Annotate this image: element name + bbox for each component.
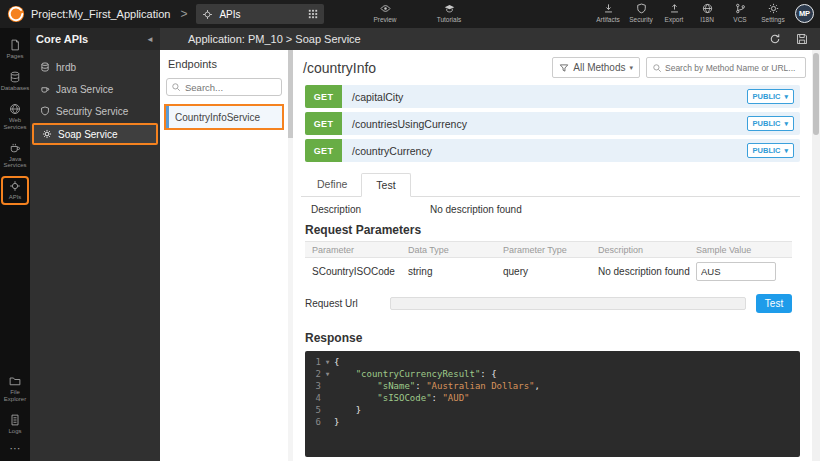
endpoints-search-input[interactable] (185, 82, 277, 93)
sidebar-item-java-services[interactable]: Java Services (1, 138, 29, 174)
sample-value-input[interactable] (696, 262, 776, 281)
tab-test[interactable]: Test (361, 173, 410, 197)
endpoints-search-box (166, 78, 282, 96)
sidebar-item-logs[interactable]: Logs (1, 410, 29, 439)
endpoints-scrollbar-thumb[interactable] (288, 50, 293, 138)
file-explorer-label: File Explorer (1, 389, 29, 403)
logs-icon (9, 414, 21, 426)
request-url-label: Request Url (305, 298, 390, 309)
request-parameters-title: Request Parameters (305, 223, 812, 237)
method-row[interactable]: GET /capitalCity PUBLIC ▾ (305, 85, 800, 108)
core-item-label: hrdb (56, 62, 76, 73)
code-line: 6 } (305, 416, 800, 428)
vcs-button[interactable]: VCS (727, 3, 753, 23)
test-button[interactable]: Test (756, 294, 792, 313)
sidebar-item-apis[interactable]: APIs (1, 176, 29, 205)
access-level-dropdown[interactable]: PUBLIC ▾ (747, 143, 794, 158)
project-name[interactable]: Project:My_First_Application (31, 8, 170, 20)
endpoints-scrollbar (288, 50, 293, 461)
top-bar: Project:My_First_Application > APIs Prev… (0, 0, 820, 28)
sidebar-item-file-explorer[interactable]: File Explorer (1, 371, 29, 407)
core-item-security-service[interactable]: Security Service (32, 101, 158, 121)
method-list: GET /capitalCity PUBLIC ▾ GET /countries… (293, 83, 812, 162)
request-url-input[interactable] (390, 297, 746, 310)
request-url-row: Request Url Test (305, 294, 792, 313)
page-scrollbar-thumb[interactable] (813, 53, 819, 135)
page-title: /countryInfo (303, 60, 376, 76)
methods-filter-label: All Methods (573, 62, 625, 73)
method-row[interactable]: GET /countryCurrency PUBLIC ▾ (305, 139, 800, 162)
tutorials-button[interactable]: Tutorials (436, 3, 462, 23)
method-search-input[interactable] (665, 63, 800, 73)
line-number: 6 (305, 416, 321, 428)
sidebar-item-web-services[interactable]: Web Services (1, 99, 29, 135)
sidebar-item-databases[interactable]: Databases (1, 67, 29, 96)
i18n-globe-icon (702, 3, 713, 14)
line-number: 3 (305, 380, 321, 392)
core-item-soap-service[interactable]: Soap Service (32, 123, 158, 145)
api-plug-icon (202, 9, 213, 20)
chevron-down-icon: ▾ (629, 64, 633, 72)
vcs-branch-icon (735, 3, 746, 14)
col-sample-value: Sample Value (696, 245, 792, 255)
breadcrumb-actions (769, 33, 808, 45)
description-row: Description No description found (311, 204, 812, 215)
col-description: Description (598, 245, 696, 255)
tab-define[interactable]: Define (303, 173, 361, 197)
database-icon (40, 62, 50, 72)
filter-funnel-icon (559, 63, 569, 73)
artifacts-button[interactable]: Artifacts (595, 3, 621, 23)
sidebar-item-pages[interactable]: Pages (1, 35, 29, 64)
line-number: 5 (305, 404, 321, 416)
core-item-hrdb[interactable]: hrdb (32, 57, 158, 77)
shield-icon (40, 106, 50, 116)
security-label: Security (629, 16, 652, 23)
soap-gear-icon (42, 129, 52, 139)
i18n-button[interactable]: I18N (694, 3, 720, 23)
access-level-dropdown[interactable]: PUBLIC ▾ (747, 89, 794, 104)
core-item-java-service[interactable]: Java Service (32, 79, 158, 99)
pages-label: Pages (6, 53, 23, 60)
endpoints-title: Endpoints (168, 58, 282, 70)
preview-label: Preview (373, 16, 396, 23)
access-level-label: PUBLIC (753, 119, 781, 128)
endpoint-item-countryinfoservice[interactable]: CountryInfoService (166, 106, 282, 128)
grid-icon[interactable] (308, 9, 318, 19)
fold-toggle-icon[interactable]: ▼ (321, 356, 334, 368)
line-number: 2 (305, 368, 321, 380)
get-method-badge: GET (305, 139, 342, 162)
wavemaker-logo-icon[interactable] (7, 5, 25, 23)
description-label: Description (311, 204, 430, 215)
save-icon[interactable] (796, 33, 808, 45)
settings-gear-icon (768, 3, 779, 14)
export-button[interactable]: Export (661, 3, 687, 23)
cell-description: No description found (598, 266, 696, 277)
collapse-left-icon[interactable]: ◄ (146, 35, 154, 44)
core-item-label: Security Service (56, 106, 128, 117)
core-apis-title: Core APIs (36, 33, 88, 45)
security-button[interactable]: Security (628, 3, 654, 23)
more-icon[interactable]: ⋯ (10, 442, 21, 455)
get-method-badge: GET (305, 85, 342, 108)
detail-tabs: Define Test (301, 172, 800, 197)
chevron-down-icon: ▾ (784, 93, 788, 101)
logs-label: Logs (8, 428, 21, 435)
access-level-dropdown[interactable]: PUBLIC ▾ (747, 116, 794, 131)
line-number: 1 (305, 356, 321, 368)
vcs-label: VCS (733, 16, 746, 23)
access-level-label: PUBLIC (753, 92, 781, 101)
method-row[interactable]: GET /countriesUsingCurrency PUBLIC ▾ (305, 112, 800, 135)
preview-button[interactable]: Preview (372, 3, 398, 23)
settings-button[interactable]: Settings (760, 3, 786, 23)
core-item-label: Java Service (56, 84, 113, 95)
search-icon (171, 82, 181, 92)
refresh-icon[interactable] (769, 33, 781, 45)
response-code-editor[interactable]: 1 ▼ { 2 ▼ "countryCurrencyResult": { 3 "… (305, 351, 800, 457)
avatar[interactable]: MP (795, 4, 814, 23)
fold-toggle-icon (321, 392, 334, 404)
apis-label: APIs (9, 194, 22, 201)
fold-toggle-icon[interactable]: ▼ (321, 368, 334, 380)
methods-filter-dropdown[interactable]: All Methods ▾ (552, 57, 640, 78)
workspace-tab-apis[interactable]: APIs (196, 4, 324, 24)
service-header: /countryInfo All Methods ▾ (293, 50, 812, 83)
